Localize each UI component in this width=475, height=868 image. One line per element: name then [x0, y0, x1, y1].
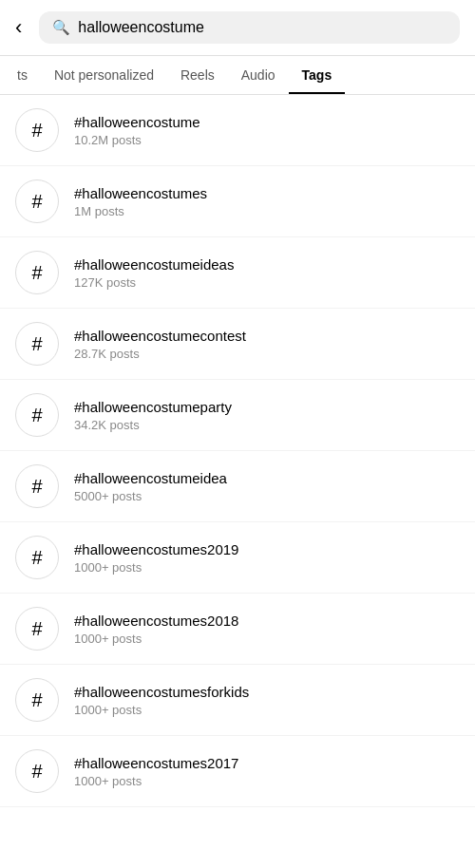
tag-info: #halloweencostumes2017 1000+ posts	[74, 755, 238, 788]
hashtag-icon: #	[31, 191, 42, 213]
tag-count: 5000+ posts	[74, 489, 227, 503]
tag-icon-circle: #	[15, 464, 59, 508]
tag-item[interactable]: # #halloweencostumesforkids 1000+ posts	[0, 665, 475, 736]
tag-count: 34.2K posts	[74, 418, 232, 432]
search-icon: 🔍	[52, 19, 70, 36]
hashtag-icon: #	[31, 405, 42, 426]
tag-count: 1000+ posts	[74, 632, 238, 646]
tag-name: #halloweencostumeidea	[74, 470, 227, 486]
tag-count: 10.2M posts	[74, 133, 200, 147]
tag-info: #halloweencostumecontest 28.7K posts	[74, 328, 246, 361]
tag-info: #halloweencostumeideas 127K posts	[74, 256, 234, 290]
hashtag-icon: #	[31, 262, 42, 284]
tabs-row: ts Not personalized Reels Audio Tags	[0, 56, 475, 95]
tag-icon-circle: #	[15, 678, 59, 722]
tag-info: #halloweencostumes2019 1000+ posts	[74, 541, 238, 575]
tag-name: #halloweencostumes2019	[74, 541, 238, 557]
tag-item[interactable]: # #halloweencostumes2018 1000+ posts	[0, 594, 475, 665]
hashtag-icon: #	[31, 120, 42, 142]
tag-name: #halloweencostumecontest	[74, 328, 246, 344]
tab-not-personalized[interactable]: Not personalized	[41, 56, 167, 94]
tab-reels[interactable]: Reels	[167, 56, 228, 94]
tag-icon-circle: #	[15, 251, 59, 294]
tag-name: #halloweencostumes2018	[74, 613, 238, 629]
hashtag-icon: #	[31, 761, 42, 783]
tab-top[interactable]: ts	[4, 56, 41, 94]
tag-info: #halloweencostumes 1M posts	[74, 185, 207, 218]
hashtag-icon: #	[31, 476, 42, 498]
hashtag-icon: #	[31, 333, 42, 355]
tag-icon-circle: #	[15, 179, 59, 223]
tag-info: #halloweencostumes2018 1000+ posts	[74, 613, 238, 646]
tag-icon-circle: #	[15, 322, 59, 366]
tag-count: 1000+ posts	[74, 774, 238, 788]
tab-tags[interactable]: Tags	[289, 56, 346, 94]
hashtag-icon: #	[31, 618, 42, 640]
tag-name: #halloweencostumeparty	[74, 399, 232, 415]
hashtag-icon: #	[31, 689, 42, 711]
tag-icon-circle: #	[15, 108, 59, 152]
search-query: halloweencostume	[78, 19, 204, 36]
tag-item[interactable]: # #halloweencostume 10.2M posts	[0, 95, 475, 166]
tag-icon-circle: #	[15, 536, 59, 579]
tag-item[interactable]: # #halloweencostumes 1M posts	[0, 166, 475, 237]
tab-audio[interactable]: Audio	[228, 56, 289, 94]
tag-count: 28.7K posts	[74, 347, 246, 361]
search-bar[interactable]: 🔍 halloweencostume	[39, 11, 460, 44]
tag-name: #halloweencostumeideas	[74, 256, 234, 273]
tag-item[interactable]: # #halloweencostumecontest 28.7K posts	[0, 309, 475, 380]
tag-name: #halloweencostumesforkids	[74, 684, 249, 700]
tag-icon-circle: #	[15, 607, 59, 651]
tag-count: 1000+ posts	[74, 703, 249, 717]
tag-item[interactable]: # #halloweencostumes2017 1000+ posts	[0, 736, 475, 807]
tag-count: 1000+ posts	[74, 560, 238, 575]
tag-count: 1M posts	[74, 204, 207, 218]
hashtag-icon: #	[31, 547, 42, 569]
tag-name: #halloweencostume	[74, 114, 200, 130]
tag-icon-circle: #	[15, 749, 59, 793]
tag-info: #halloweencostume 10.2M posts	[74, 114, 200, 147]
tag-item[interactable]: # #halloweencostumeidea 5000+ posts	[0, 451, 475, 522]
back-button[interactable]: ‹	[15, 11, 29, 44]
tag-info: #halloweencostumeidea 5000+ posts	[74, 470, 227, 503]
tag-icon-circle: #	[15, 393, 59, 437]
header: ‹ 🔍 halloweencostume	[0, 0, 475, 56]
tag-list: # #halloweencostume 10.2M posts # #hallo…	[0, 95, 475, 807]
tag-item[interactable]: # #halloweencostumeideas 127K posts	[0, 237, 475, 309]
tag-count: 127K posts	[74, 275, 234, 290]
tag-name: #halloweencostumes2017	[74, 755, 238, 771]
tag-info: #halloweencostumesforkids 1000+ posts	[74, 684, 249, 717]
tag-item[interactable]: # #halloweencostumeparty 34.2K posts	[0, 380, 475, 451]
tag-item[interactable]: # #halloweencostumes2019 1000+ posts	[0, 522, 475, 594]
tag-name: #halloweencostumes	[74, 185, 207, 201]
tag-info: #halloweencostumeparty 34.2K posts	[74, 399, 232, 432]
